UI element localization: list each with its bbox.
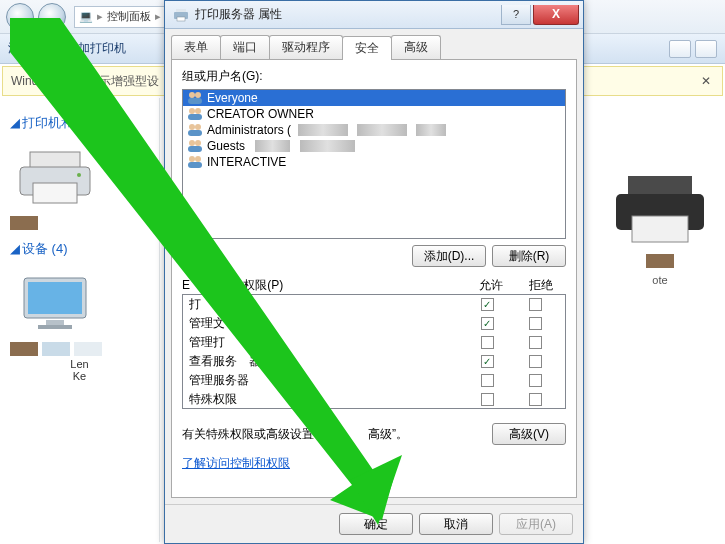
remove-button[interactable]: 删除(R) bbox=[492, 245, 566, 267]
section-printers-header[interactable]: ◢打印机和传真 (6) bbox=[10, 114, 149, 132]
printer-device-item[interactable] bbox=[10, 142, 149, 230]
redacted-text bbox=[255, 140, 290, 152]
list-item[interactable]: CREATOR OWNER bbox=[183, 106, 565, 122]
users-icon bbox=[187, 123, 203, 137]
breadcrumb[interactable]: 💻 ▸ 控制面板 ▸ bbox=[74, 6, 170, 28]
chevron-right-icon: ▸ bbox=[97, 10, 103, 23]
deny-checkbox[interactable] bbox=[529, 317, 542, 330]
allow-checkbox[interactable] bbox=[481, 374, 494, 387]
users-icon bbox=[187, 91, 203, 105]
list-item[interactable]: Everyone bbox=[183, 90, 565, 106]
svg-point-14 bbox=[189, 92, 195, 98]
allow-checkbox[interactable] bbox=[481, 336, 494, 349]
svg-point-26 bbox=[189, 156, 195, 162]
deny-column-header: 拒绝 bbox=[516, 277, 566, 294]
permission-name: 管理打 bbox=[189, 334, 463, 351]
users-icon bbox=[187, 155, 203, 169]
close-button[interactable]: X bbox=[533, 5, 579, 25]
security-panel: 组或用户名(G): Everyone CREATOR OWNER Adminis… bbox=[171, 59, 577, 498]
users-listbox[interactable]: Everyone CREATOR OWNER Administrators ( … bbox=[182, 89, 566, 239]
dialog-titlebar[interactable]: 打印服务器 属性 ? X bbox=[165, 1, 583, 29]
list-item[interactable]: Guests bbox=[183, 138, 565, 154]
deny-checkbox[interactable] bbox=[529, 336, 542, 349]
permission-row: 管理文 机✓ bbox=[183, 314, 565, 333]
svg-rect-2 bbox=[33, 183, 77, 203]
advanced-button[interactable]: 高级(V) bbox=[492, 423, 566, 445]
redacted-text bbox=[416, 124, 446, 136]
svg-rect-6 bbox=[46, 320, 64, 325]
monitor-device-item[interactable]: LenKe bbox=[10, 268, 149, 382]
apply-button[interactable]: 应用(A) bbox=[499, 513, 573, 535]
right-device-item[interactable]: ote bbox=[595, 40, 725, 260]
chevron-right-icon: ▸ bbox=[155, 10, 161, 23]
users-icon bbox=[187, 107, 203, 121]
dialog-tabs: 表单 端口 驱动程序 安全 高级 bbox=[165, 29, 583, 59]
svg-point-18 bbox=[195, 108, 201, 114]
allow-checkbox[interactable]: ✓ bbox=[481, 298, 494, 311]
redacted-text bbox=[357, 124, 407, 136]
svg-point-24 bbox=[195, 140, 201, 146]
svg-rect-7 bbox=[38, 325, 72, 329]
permission-name: 管理服务器 bbox=[189, 372, 463, 389]
list-item[interactable]: Administrators ( bbox=[183, 122, 565, 138]
tab-security[interactable]: 安全 bbox=[342, 36, 392, 60]
permission-name: 查看服务 器 bbox=[189, 353, 463, 370]
monitor-icon bbox=[10, 268, 100, 338]
add-button[interactable]: 添加(D)... bbox=[412, 245, 486, 267]
deny-checkbox[interactable] bbox=[529, 374, 542, 387]
dialog-footer: 确定 取消 应用(A) bbox=[165, 504, 583, 543]
svg-point-27 bbox=[195, 156, 201, 162]
cancel-button[interactable]: 取消 bbox=[419, 513, 493, 535]
add-device-button[interactable]: 添加设备 bbox=[8, 40, 56, 57]
device-label: ote bbox=[652, 274, 667, 286]
computer-icon: 💻 bbox=[79, 10, 93, 23]
breadcrumb-item[interactable]: 控制面板 bbox=[107, 9, 151, 24]
printer-icon bbox=[173, 7, 189, 23]
svg-point-20 bbox=[189, 124, 195, 130]
caret-icon: ◢ bbox=[10, 115, 20, 130]
permission-row: 管理打 bbox=[183, 333, 565, 352]
allow-checkbox[interactable]: ✓ bbox=[481, 355, 494, 368]
svg-rect-25 bbox=[188, 146, 202, 152]
printer-icon bbox=[610, 170, 710, 250]
deny-checkbox[interactable] bbox=[529, 355, 542, 368]
svg-rect-16 bbox=[188, 98, 202, 104]
list-item[interactable]: INTERACTIVE bbox=[183, 154, 565, 170]
deny-checkbox[interactable] bbox=[529, 298, 542, 311]
svg-rect-13 bbox=[177, 17, 185, 21]
learn-access-control-link[interactable]: 了解访问控制和权限 bbox=[182, 455, 566, 472]
allow-checkbox[interactable]: ✓ bbox=[481, 317, 494, 330]
ok-button[interactable]: 确定 bbox=[339, 513, 413, 535]
svg-rect-10 bbox=[632, 216, 688, 242]
redacted-text bbox=[300, 140, 355, 152]
svg-point-3 bbox=[77, 173, 81, 177]
permission-row: 特殊权限 bbox=[183, 390, 565, 409]
help-button[interactable]: ? bbox=[501, 5, 531, 25]
nav-forward-button[interactable] bbox=[38, 3, 66, 31]
nav-back-button[interactable] bbox=[6, 3, 34, 31]
add-printer-button[interactable]: 添加打印机 bbox=[66, 40, 126, 57]
groups-label: 组或用户名(G): bbox=[182, 68, 566, 85]
svg-rect-22 bbox=[188, 130, 202, 136]
deny-checkbox[interactable] bbox=[529, 393, 542, 406]
permission-row: 管理服务器 bbox=[183, 371, 565, 390]
permission-row: 打✓ bbox=[183, 295, 565, 314]
permission-row: 查看服务 器✓ bbox=[183, 352, 565, 371]
svg-rect-19 bbox=[188, 114, 202, 120]
svg-point-17 bbox=[189, 108, 195, 114]
permission-name: 管理文 机 bbox=[189, 315, 463, 332]
tab-advanced[interactable]: 高级 bbox=[391, 35, 441, 59]
printer-icon bbox=[10, 142, 100, 212]
permission-name: 打 bbox=[189, 296, 463, 313]
section-devices-header[interactable]: ◢设备 (4) bbox=[10, 240, 149, 258]
allow-checkbox[interactable] bbox=[481, 393, 494, 406]
redacted-text bbox=[298, 124, 348, 136]
tab-drivers[interactable]: 驱动程序 bbox=[269, 35, 343, 59]
explorer-content: ◢打印机和传真 (6) ◢设备 (4) LenKe bbox=[0, 98, 160, 542]
svg-point-23 bbox=[189, 140, 195, 146]
svg-point-21 bbox=[195, 124, 201, 130]
tab-ports[interactable]: 端口 bbox=[220, 35, 270, 59]
dialog-title: 打印服务器 属性 bbox=[195, 6, 282, 23]
tab-forms[interactable]: 表单 bbox=[171, 35, 221, 59]
infobar-text: Windows 可以显示增强型设 bbox=[11, 73, 159, 90]
